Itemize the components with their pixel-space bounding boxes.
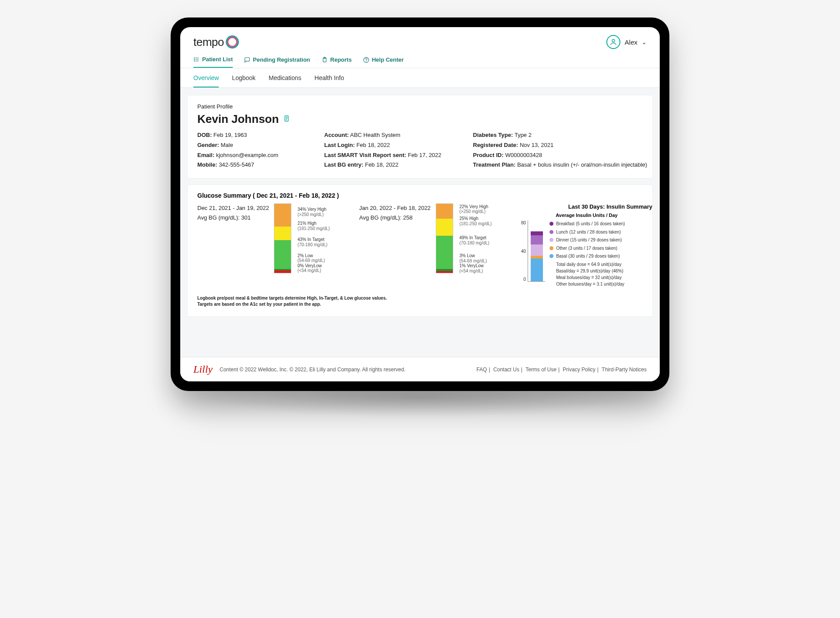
lbl-low-1: 2% Low [298, 253, 330, 258]
tablet-frame: tempo Alex ⌄ Patient List [171, 17, 669, 391]
brand-name: tempo [193, 35, 224, 49]
lbl-low-1-sub: (54-69 mg/dL) [298, 258, 330, 263]
type-label: Diabetes Type: [473, 132, 513, 138]
nav-patient-list[interactable]: Patient List [193, 56, 233, 68]
insulin-summary: Last 30 Days: Insulin Summary Average In… [521, 203, 652, 287]
nav-label: Reports [330, 56, 352, 63]
dob-value: Feb 19, 1963 [214, 132, 247, 138]
seg-basal [531, 258, 543, 282]
footer-link-thirdparty[interactable]: Third-Party Notices [602, 367, 647, 373]
svg-point-4 [194, 57, 195, 58]
lbl-target-1: 43% In Target [298, 237, 330, 242]
document-icon[interactable] [283, 115, 290, 124]
seg-very-high [436, 204, 453, 219]
footer-links: FAQ| Contact Us| Terms of Use| Privacy P… [476, 367, 647, 373]
period1-avg: Avg BG (mg/dL): 301 [197, 213, 270, 223]
help-icon [363, 57, 369, 63]
mobile-label: Mobile: [197, 161, 217, 168]
lbl-vhigh-2: 22% Very High [459, 204, 492, 209]
gender-label: Gender: [197, 142, 219, 148]
email-value: kjohnson@example.com [216, 152, 279, 158]
bg-label: Last BG entry: [324, 161, 364, 168]
lbl-target-1-sub: (70-180 mg/dL) [298, 242, 330, 248]
copyright-text: Content © 2022 Welldoc, Inc. © 2022, Eli… [220, 367, 406, 373]
footer-left: Lilly Content © 2022 Welldoc, Inc. © 202… [193, 363, 406, 375]
total-4: Other boluses/day = 3.1 unit(s)/day [556, 281, 652, 287]
lbl-target-2: 49% In Target [459, 235, 492, 241]
lbl-vhigh-1-sub: (>250 mg/dL) [298, 212, 330, 217]
clipboard-icon [322, 57, 328, 63]
insulin-yaxis: 80 40 0 [521, 220, 526, 282]
dob-label: DOB: [197, 132, 212, 138]
glucose-row: Dec 21, 2021 - Jan 19, 2022 Avg BG (mg/d… [197, 203, 643, 287]
brand-ring-icon [226, 35, 239, 49]
swatch-lunch-icon [550, 230, 553, 234]
nav-label: Patient List [202, 56, 233, 63]
account-label: Account: [324, 132, 349, 138]
lbl-high-1: 21% High [298, 221, 330, 226]
pid-label: Product ID: [473, 152, 504, 158]
glucose-period-2: Jan 20, 2022 - Feb 18, 2022 Avg BG (mg/d… [359, 203, 508, 287]
seg-high [274, 227, 291, 241]
insulin-stack [531, 231, 543, 281]
nav-reports[interactable]: Reports [322, 56, 352, 68]
profile-columns: DOB: Feb 19, 1963 Gender: Male Email: kj… [197, 130, 643, 170]
pid-value: W0000003428 [505, 152, 542, 158]
svg-point-0 [612, 39, 615, 42]
chevron-down-icon: ⌄ [642, 39, 647, 45]
svg-point-10 [366, 61, 367, 61]
tab-logbook[interactable]: Logbook [232, 74, 256, 87]
nav-pending-registration[interactable]: Pending Registration [244, 56, 310, 68]
ytick-80: 80 [521, 220, 526, 225]
secondary-nav: Overview Logbook Medications Health Info [180, 68, 660, 88]
section-label: Patient Profile [197, 103, 643, 110]
seg-lunch [531, 235, 543, 244]
glucose-period-2-meta: Jan 20, 2022 - Feb 18, 2022 Avg BG (mg/d… [359, 203, 431, 287]
legend-other: Other (3 units / 17 doses taken) [550, 245, 652, 252]
tab-medications[interactable]: Medications [269, 74, 301, 87]
content-area: Patient Profile Kevin Johnson DOB: Feb 1… [180, 88, 660, 357]
insulin-title: Last 30 Days: Insulin Summary [521, 203, 652, 210]
footnote-1: Logbook pre/post meal & bedtime targets … [197, 295, 643, 301]
login-label: Last Login: [324, 142, 355, 148]
lbl-high-1-sub: (181-250 mg/dL) [298, 226, 330, 231]
gender-value: Male [220, 142, 233, 148]
glucose-stack-2 [436, 203, 453, 273]
period2-range: Jan 20, 2022 - Feb 18, 2022 [359, 203, 431, 213]
lilly-logo: Lilly [193, 363, 213, 375]
mobile-value: 342-555-5467 [219, 161, 254, 168]
user-menu[interactable]: Alex ⌄ [606, 35, 647, 49]
period2-avg: Avg BG (mg/dL): 258 [359, 213, 431, 223]
footnote-2: Targets are based on the A1c set by your… [197, 301, 643, 307]
period1-range: Dec 21, 2021 - Jan 19, 2022 [197, 203, 270, 213]
brand-logo[interactable]: tempo [193, 35, 239, 49]
lbl-low-2: 3% Low [459, 253, 492, 258]
footer-link-faq[interactable]: FAQ [476, 367, 487, 373]
total-3: Meal boluses/day = 32 unit(s)/day [556, 274, 652, 281]
legend-breakfast-text: Breakfast (5 units / 16 doses taken) [556, 220, 625, 227]
tab-health-info[interactable]: Health Info [315, 74, 344, 87]
legend-basal-text: Basal (30 units / 29 doses taken) [556, 253, 620, 260]
profile-col-3: Diabetes Type: Type 2 Registered Date: N… [473, 130, 647, 170]
total-2: Basal/day = 29.9 unit(s)/day (46%) [556, 268, 652, 274]
seg-high [436, 219, 453, 236]
ytick-0: 0 [521, 277, 526, 282]
tab-overview[interactable]: Overview [193, 74, 219, 87]
total-1: Total daily dose = 64.9 unit(s)/day [556, 261, 652, 268]
primary-nav: Patient List Pending Registration Report… [180, 52, 660, 68]
seg-breakfast [531, 231, 543, 235]
footer-link-privacy[interactable]: Privacy Policy [563, 367, 595, 373]
nav-label: Pending Registration [253, 56, 310, 63]
glucose-footnote: Logbook pre/post meal & bedtime targets … [197, 295, 643, 307]
footer-link-terms[interactable]: Terms of Use [525, 367, 556, 373]
legend-basal: Basal (30 units / 29 doses taken) [550, 253, 652, 260]
nav-help-center[interactable]: Help Center [363, 56, 404, 68]
legend-lunch: Lunch (12 units / 28 doses taken) [550, 229, 652, 236]
seg-very-low [436, 271, 453, 273]
insulin-legend: Breakfast (5 units / 16 doses taken) Lun… [550, 220, 652, 287]
reg-value: Nov 13, 2021 [520, 142, 553, 148]
lbl-low-2-sub: (54-69 mg/dL) [459, 258, 492, 264]
insulin-stack-wrap [528, 220, 545, 282]
footer-link-contact[interactable]: Contact Us [494, 367, 519, 373]
chat-icon [244, 57, 250, 63]
